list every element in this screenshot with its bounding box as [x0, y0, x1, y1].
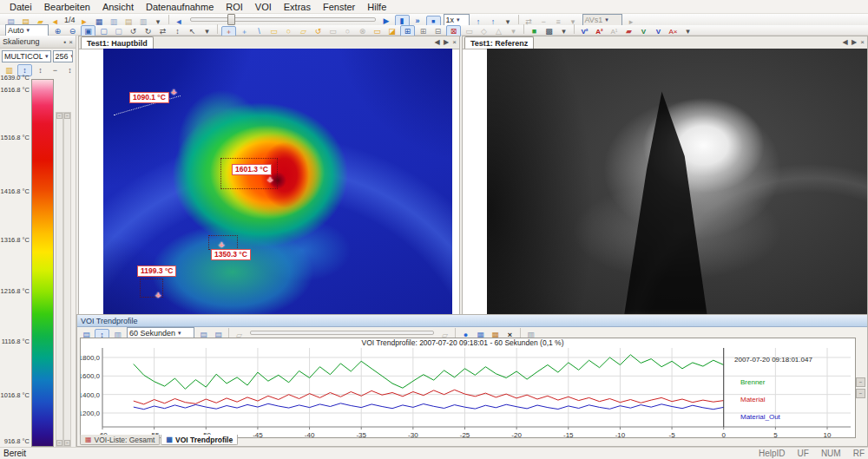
view-toolbar: Auto▾ ⊕⊖▣▢▢↺↻⇄↕↖▾＋＋\▭○▱↺▭○⊗▭◪⊞⊞⊟⊠▭◇△▾■▩▾…	[0, 25, 868, 36]
window-nav-buttons[interactable]: ◀ ▶ ×	[843, 38, 865, 46]
window-nav-buttons[interactable]: ◀ ▶ ×	[435, 38, 457, 46]
temperature-label: 1601.3 °C	[232, 164, 272, 175]
menu-item[interactable]: Hilfe	[361, 2, 392, 12]
scale-tick-label: 1616.8 °C	[0, 86, 30, 94]
svg-text:-45: -45	[253, 431, 263, 437]
scale-minus-icon[interactable]: −	[49, 65, 62, 75]
status-indicator: HelpID	[759, 449, 786, 458]
chevron-down-icon: ▾	[71, 53, 73, 60]
sep-t1[interactable]	[228, 328, 229, 338]
scaling-panel-title: Skalierung	[3, 37, 40, 46]
temperature-label: 1090.1 °C	[129, 92, 169, 103]
svg-text:-10: -10	[615, 431, 626, 437]
temperature-label: 1199.3 °C	[137, 266, 176, 277]
svg-text:10: 10	[824, 431, 832, 437]
svg-text:-5: -5	[669, 431, 676, 437]
pin-icon[interactable]: ▪	[63, 38, 66, 46]
scroll-up-icon[interactable]: −	[856, 377, 865, 387]
menu-item[interactable]: Datei	[3, 2, 38, 12]
status-message: Bereit	[3, 449, 26, 458]
sep-3[interactable]	[574, 24, 575, 34]
menu-item[interactable]: ROI	[220, 2, 249, 12]
chevron-down-icon: ▾	[178, 330, 181, 337]
scale-max-stepper[interactable]: −−	[56, 112, 63, 447]
status-indicator: RF	[853, 449, 865, 458]
svg-text:VOI Trendprofile: 2007-07-20 0: VOI Trendprofile: 2007-07-20 09:18:01 - …	[362, 338, 564, 347]
scale-min-stepper[interactable]: −−	[63, 112, 71, 447]
levels-combo[interactable]: 256▾	[53, 50, 73, 62]
scale-tick-label: 1016.8 °C	[0, 391, 30, 399]
trend-chart-box: -60-55-50-45-40-35-30-25-20-15-10-505101…	[80, 338, 856, 438]
main-window-tabbar: Test1: Hauptbild ◀ ▶ ×	[79, 36, 459, 49]
tab-voi-trendprofile[interactable]: ▦VOI Trendprofile	[161, 435, 238, 445]
table-icon: ▦	[85, 436, 92, 443]
sep-t2[interactable]	[455, 328, 456, 338]
status-bar: Bereit HelpIDUFNUMRF	[0, 447, 868, 459]
sep-2[interactable]	[523, 24, 524, 34]
menu-item[interactable]: Fenster	[317, 2, 361, 12]
menu-item[interactable]: Datenaufnahme	[140, 2, 220, 12]
zoom-mode-combo[interactable]: Auto▾	[5, 24, 49, 36]
svg-text:-30: -30	[408, 431, 418, 437]
reference-image[interactable]	[487, 49, 867, 318]
trend-panel: VOI Trendprofile ▤↕▥ 60 Sekunden▾ ▤▤▱ ▱●…	[76, 314, 868, 447]
palette-combo[interactable]: MULTICOLOR▾	[2, 50, 51, 62]
scale-tick-label: 1516.8 °C	[0, 134, 30, 141]
svg-text:-20: -20	[511, 431, 522, 437]
trend-zoom-slider[interactable]	[250, 331, 434, 335]
svg-text:-15: -15	[563, 431, 574, 437]
svg-text:-25: -25	[460, 431, 470, 437]
thermal-image[interactable]: +1090.1 °C+1601.3 °C+1350.3 °C+1199.3 °C	[103, 49, 452, 318]
trend-chart: -60-55-50-45-40-35-30-25-20-15-10-505101…	[81, 338, 855, 437]
sep-t3[interactable]	[520, 328, 521, 338]
tab-referenz[interactable]: Test1: Referenz	[464, 36, 534, 49]
measure-marker-icon: +	[155, 291, 161, 300]
measure-marker-icon: +	[171, 88, 176, 97]
application-window: DateiBearbeitenAnsichtDatenaufnahmeROIVO…	[0, 0, 868, 459]
menu-item[interactable]: Ansicht	[96, 2, 140, 12]
svg-text:1600,0: 1600,0	[81, 372, 101, 380]
scale-span-icon[interactable]: ↕	[63, 65, 76, 75]
menu-item[interactable]: VOI	[249, 2, 278, 12]
svg-text:2007-07-20 09:18:01.047: 2007-07-20 09:18:01.047	[734, 356, 812, 364]
scale-tick-label: 1316.8 °C	[0, 236, 30, 244]
scale-tick-label: 916.8 °C	[0, 437, 30, 445]
temperature-label: 1350.3 °C	[211, 249, 251, 260]
scaling-panel-header: Skalierung ▪ ×	[0, 36, 76, 49]
scale-tick-label: 1416.8 °C	[0, 187, 30, 195]
temperature-colorbar	[31, 79, 54, 447]
dark-wedge-region	[487, 49, 867, 318]
status-indicator: UF	[798, 449, 809, 458]
svg-text:Material_Out: Material_Out	[740, 413, 781, 421]
svg-text:Brenner: Brenner	[740, 378, 766, 386]
chevron-down-icon: ▾	[45, 53, 49, 60]
stepper-down-icon[interactable]: −	[64, 440, 70, 446]
ref-window-tabbar: Test1: Referenz ◀ ▶ ×	[463, 36, 867, 49]
svg-text:0: 0	[721, 431, 726, 437]
stepper-up-icon[interactable]: −	[56, 113, 62, 119]
svg-text:-35: -35	[356, 431, 366, 437]
scale-up-icon[interactable]: ↕	[34, 65, 47, 75]
trend-scrollbar: − −	[856, 377, 865, 400]
scale-area: 1639.0 °C1616.8 °C1516.8 °C1416.8 °C1316…	[0, 77, 76, 447]
tab-hauptbild[interactable]: Test1: Hauptbild	[81, 36, 154, 49]
chevron-down-icon: ▾	[27, 27, 30, 34]
menu-item[interactable]: Bearbeiten	[38, 2, 96, 12]
scroll-down-icon[interactable]: −	[856, 389, 865, 398]
close-icon[interactable]: ×	[69, 38, 73, 46]
svg-text:-40: -40	[305, 431, 315, 437]
scale-tick-label: 1116.8 °C	[0, 338, 30, 345]
sep-1[interactable]	[217, 24, 218, 34]
menu-item[interactable]: Extras	[278, 2, 317, 12]
svg-text:1800,0: 1800,0	[81, 354, 101, 362]
trend-tabs: ▦VOI-Liste: Gesamt ▦VOI Trendprofile	[80, 435, 239, 445]
svg-text:1400,0: 1400,0	[81, 391, 101, 399]
svg-text:5: 5	[773, 431, 778, 437]
stepper-down-icon[interactable]: −	[56, 440, 62, 446]
tab-voi-liste[interactable]: ▦VOI-Liste: Gesamt	[80, 435, 160, 445]
scale-tick-label: 1639.0 °C	[0, 74, 30, 82]
scaling-panel: Skalierung ▪ × MULTICOLOR▾ 256▾ ▥↕↕−↕↕ 1…	[0, 36, 76, 447]
svg-text:1200,0: 1200,0	[81, 410, 101, 417]
measure-marker-icon: +	[267, 175, 273, 185]
stepper-up-icon[interactable]: −	[64, 113, 70, 119]
